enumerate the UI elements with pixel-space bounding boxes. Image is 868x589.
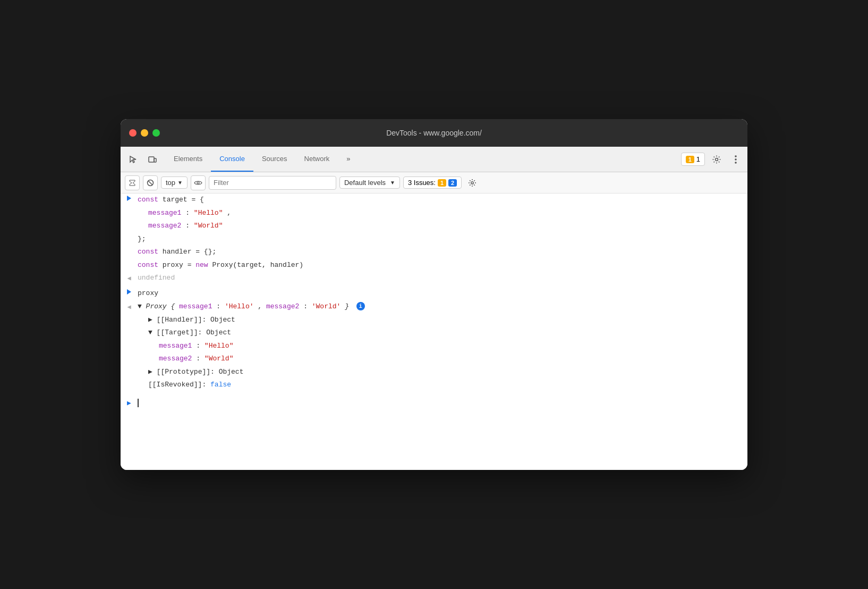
issues-text: 3 Issues: [408,179,436,187]
empty-arrow [121,208,138,209]
toolbar-icons [125,151,161,168]
more-options-button[interactable] [728,152,743,167]
issues-small-badge[interactable]: 3 Issues: 1 2 [403,176,462,189]
levels-label: Default levels [344,179,386,187]
levels-selector[interactable]: Default levels ▼ [339,176,400,189]
proxy-label: proxy [138,288,743,299]
settings-button[interactable] [709,152,724,167]
prompt-line: ▶ [121,396,747,411]
svg-rect-1 [154,158,156,162]
input-arrow [121,195,138,201]
back-arrow-2: ◀ [121,301,138,312]
svg-marker-6 [130,180,135,186]
warning-badge: 1 [686,156,694,163]
issues-badge[interactable]: 1 1 [681,153,705,166]
undefined-value: undefined [138,273,743,283]
tab-elements[interactable]: Elements [165,147,211,172]
console-content: const target = { message1 : "Hello" , me… [121,193,747,470]
maximize-button[interactable] [152,129,160,137]
main-toolbar: Elements Console Sources Network » 1 1 [121,147,747,172]
tab-network[interactable]: Network [296,147,338,172]
console-line-4: }; [121,233,747,246]
target-msg1-line: message1 : "Hello" [121,340,747,353]
titlebar: DevTools - www.google.com/ [121,119,747,147]
input-arrow-2 [121,288,138,294]
code-line-5: const handler = {}; [138,247,743,257]
context-label: top [166,179,175,187]
isrevoked-line: [[IsRevoked]]: false [121,378,747,392]
prototype-content[interactable]: ▶ [[Prototype]]: Object [138,367,743,377]
svg-line-8 [148,181,152,185]
svg-point-9 [197,182,199,184]
window-title: DevTools - www.google.com/ [386,129,482,137]
eye-button[interactable] [191,175,206,190]
code-line-2: message1 : "Hello" , [138,208,743,218]
prototype-line: ▶ [[Prototype]]: Object [121,366,747,379]
warning-count: 1 [438,179,446,187]
target-msg1-content: message1 : "Hello" [138,341,743,351]
device-toggle-button[interactable] [144,151,161,168]
console-line-6: const proxy = new Proxy(target, handler) [121,259,747,272]
console-settings-button[interactable] [465,175,480,190]
proxy-output-line: ◀ ▼ Proxy { message1 : 'Hello' , message… [121,300,747,314]
empty-arrow [121,341,138,342]
isrevoked-content: [[IsRevoked]]: false [138,380,743,390]
proxy-input-line: proxy [121,287,747,300]
tab-console[interactable]: Console [211,147,253,172]
svg-point-5 [735,162,737,164]
svg-point-3 [735,155,737,157]
minimize-button[interactable] [141,129,148,137]
empty-arrow [121,367,138,368]
empty-arrow [121,315,138,316]
code-line-4: }; [138,234,743,245]
target-msg2-content: message2 : "World" [138,354,743,364]
output-undefined: ◀ undefined [121,272,747,285]
svg-rect-0 [149,157,154,162]
handler-content[interactable]: ▶ [[Handler]]: Object [138,315,743,325]
more-tabs-button[interactable]: » [338,147,359,172]
proxy-object-line[interactable]: ▼ Proxy { message1 : 'Hello' , message2 … [138,301,743,312]
toolbar-right: 1 1 [681,152,743,167]
code-line-1: const target = { [138,195,743,205]
empty-arrow [121,354,138,355]
info-count: 2 [448,179,457,187]
target-msg2-line: message2 : "World" [121,352,747,366]
back-arrow: ◀ [121,273,138,283]
code-line-3: message2 : "World" [138,221,743,231]
code-line-6: const proxy = new Proxy(target, handler) [138,260,743,271]
tabs: Elements Console Sources Network » [165,147,681,172]
svg-point-4 [735,158,737,161]
devtools-window: DevTools - www.google.com/ Elements Cons… [121,119,747,470]
target-content[interactable]: ▼ [[Target]]: Object [138,327,743,338]
chevron-down-icon: ▼ [390,180,395,186]
tab-sources[interactable]: Sources [253,147,296,172]
handler-line: ▶ [[Handler]]: Object [121,314,747,327]
empty-arrow [121,380,138,381]
empty-arrow [121,260,138,261]
filter-input[interactable] [209,176,336,190]
svg-point-2 [716,158,718,161]
inspect-element-button[interactable] [125,151,142,168]
console-toolbar: top ▼ Default levels ▼ 3 Issues: 1 2 [121,172,747,193]
block-circle-button[interactable] [143,175,158,190]
chevron-down-icon: ▼ [177,180,183,186]
empty-arrow [121,327,138,329]
close-button[interactable] [129,129,137,137]
target-line: ▼ [[Target]]: Object [121,326,747,340]
console-line-5: const handler = {}; [121,246,747,259]
prompt-arrow: ▶ [121,398,138,409]
prompt-cursor[interactable] [138,399,139,407]
console-line-2: message1 : "Hello" , [121,207,747,220]
console-input-line: const target = { [121,193,747,207]
empty-arrow [121,247,138,248]
empty-arrow [121,221,138,222]
console-line-3: message2 : "World" [121,220,747,233]
context-selector[interactable]: top ▼ [161,176,188,189]
svg-point-10 [471,181,473,183]
info-icon[interactable]: i [356,302,365,310]
traffic-lights [129,129,160,137]
clear-console-button[interactable] [125,175,140,190]
issues-count: 1 [696,155,700,163]
empty-arrow [121,234,138,235]
